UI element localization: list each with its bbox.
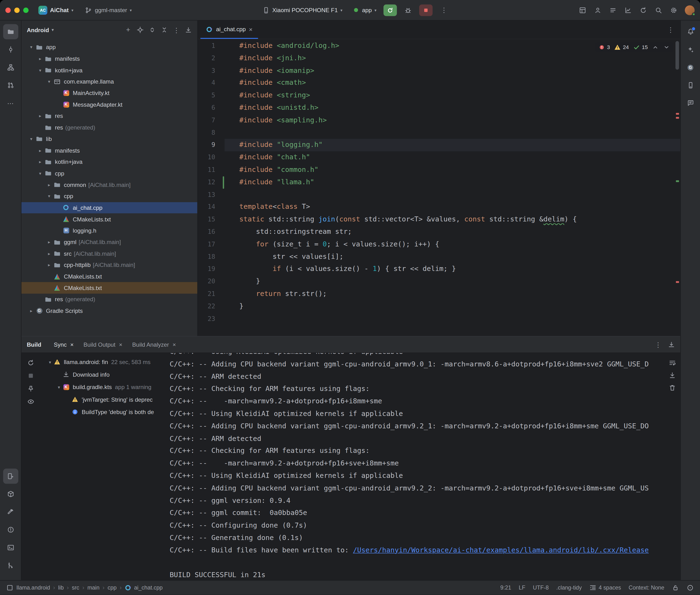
app-insights-button[interactable] [683, 95, 698, 111]
chevron-down-icon[interactable]: ▾ [55, 385, 62, 390]
build-tree-item-build-gradle-kts[interactable]: ▾Kbuild.gradle.ktsapp 1 warning [40, 381, 170, 393]
editor-gutter[interactable]: 1234567891011121314151617181920212223 [198, 39, 224, 336]
tree-item-res-generated[interactable]: res (generated) [22, 294, 197, 305]
tree-item-cpp[interactable]: ▾cpp [22, 191, 197, 202]
breadcrumb-main[interactable]: main [87, 585, 100, 591]
tree-item-cmakelists-txt[interactable]: CMakeLists.txt [22, 214, 197, 225]
clear-button[interactable] [669, 384, 676, 391]
chevron-right-icon[interactable]: ▸ [37, 114, 44, 119]
chevron-down-icon[interactable]: ▾ [47, 360, 54, 365]
build-tab-build-output[interactable]: Build Output× [79, 339, 127, 349]
chevron-right-icon[interactable]: ▸ [28, 308, 35, 313]
build-console[interactable]: C/C++: -- Using KleidiAI optimized kerne… [170, 353, 680, 580]
hide-panel-icon[interactable] [668, 341, 675, 348]
stop-button[interactable] [419, 4, 433, 16]
structure-button[interactable] [3, 60, 18, 75]
line-number-2[interactable]: 2 [198, 52, 224, 64]
tree-item-ai-chat-cpp[interactable]: ai_chat.cpp [22, 202, 197, 213]
tree-item-com-example-llama[interactable]: ▾com.example.llama [22, 76, 197, 87]
chevron-right-icon[interactable]: ▸ [46, 263, 53, 267]
run-config-selector[interactable]: app ▾ [349, 5, 379, 16]
line-number-7[interactable]: 7 [198, 114, 224, 126]
stop-button[interactable] [27, 372, 34, 379]
tree-item-res[interactable]: ▸res [22, 110, 197, 122]
soft-wrap-button[interactable] [669, 359, 676, 366]
chevron-down-icon[interactable]: ▾ [28, 45, 35, 50]
tree-item-cpp-httplib-aichat-lib-main[interactable]: ▸cpp-httplib [AiChat.lib.main] [22, 259, 197, 271]
line-number-15[interactable]: 15 [198, 213, 224, 226]
line-number-19[interactable]: 19 [198, 263, 224, 276]
user-avatar[interactable] [685, 5, 695, 15]
tree-item-kotlin-java[interactable]: ▸kotlin+java [22, 156, 197, 168]
collapse-all-button[interactable] [161, 26, 168, 34]
settings-button[interactable] [667, 3, 680, 17]
context-status[interactable]: Context: None [628, 585, 664, 591]
more-v-button[interactable]: ⋮ [173, 26, 180, 34]
tree-item-mainactivity-kt[interactable]: KMainActivity.kt [22, 87, 197, 99]
close-window-button[interactable] [5, 7, 10, 12]
line-number-23[interactable]: 23 [198, 313, 224, 325]
breadcrumb-llama-android[interactable]: llama.android [17, 585, 50, 591]
sync-button[interactable] [637, 3, 650, 17]
line-number-13[interactable]: 13 [198, 189, 224, 201]
tree-item-logging-h[interactable]: Hlogging.h [22, 225, 197, 236]
chevron-down-icon[interactable]: ▾ [28, 136, 35, 141]
build-tree-item-jvmtarget-string-is-deprec[interactable]: 'jvmTarget: String' is deprec [40, 393, 170, 405]
line-number-5[interactable]: 5 [198, 89, 224, 102]
tree-item-manifests[interactable]: ▸manifests [22, 145, 197, 156]
line-number-14[interactable]: 14 [198, 201, 224, 213]
line-number-21[interactable]: 21 [198, 288, 224, 300]
indent-status[interactable]: 4 spaces [589, 584, 621, 591]
pin-button[interactable] [27, 385, 34, 392]
errors-badge[interactable]: 3 [598, 44, 610, 51]
breadcrumb-cpp[interactable]: cpp [108, 585, 117, 591]
pull-requests-button[interactable] [3, 78, 18, 93]
running-devices-button[interactable] [3, 469, 18, 484]
notifications-button[interactable] [683, 24, 698, 39]
cursor-position[interactable]: 9:21 [500, 585, 511, 591]
search-button[interactable] [652, 3, 665, 17]
zoom-window-button[interactable] [23, 7, 28, 12]
line-number-10[interactable]: 10 [198, 151, 224, 164]
line-number-16[interactable]: 16 [198, 226, 224, 238]
layout-inspector-button[interactable] [576, 3, 589, 17]
device-manager-button[interactable] [683, 78, 698, 93]
chevron-down-icon[interactable]: ▾ [46, 79, 53, 84]
file-encoding-status[interactable]: UTF-8 [533, 585, 549, 591]
tree-item-cmakelists-txt[interactable]: CMakeLists.txt [22, 271, 197, 282]
build-output-path-link[interactable]: /Users/hanyin/Workspace/ai-chat/examples… [353, 546, 649, 554]
tree-item-res-generated[interactable]: res (generated) [22, 122, 197, 133]
close-tab-icon[interactable]: × [173, 341, 176, 348]
gradle-tool-button[interactable]: G [683, 60, 698, 75]
close-tab-icon[interactable]: × [249, 26, 252, 33]
eye-button[interactable] [27, 398, 34, 405]
code-content[interactable]: #include <android/log.h>#include <jni.h>… [225, 39, 680, 336]
passed-badge[interactable]: 15 [633, 44, 648, 51]
add-button[interactable]: + [124, 26, 132, 34]
previous-problem-icon[interactable] [652, 44, 659, 51]
editor-scrollbar[interactable] [674, 39, 680, 336]
build-hammer-button[interactable] [3, 504, 18, 519]
line-number-3[interactable]: 3 [198, 64, 224, 77]
scroll-end-button[interactable] [669, 372, 676, 379]
line-number-12[interactable]: 12 [198, 176, 224, 189]
project-selector[interactable]: AC AiChat ▾ [36, 4, 76, 16]
tree-item-gradle-scripts[interactable]: ▸GGradle Scripts [22, 305, 197, 317]
tree-item-cmakelists-txt[interactable]: CMakeLists.txt [22, 282, 197, 293]
ai-assistant-button[interactable] [683, 42, 698, 57]
clang-tidy-status[interactable]: .clang-tidy [556, 585, 582, 591]
editor-tab-ai-chat-cpp[interactable]: ai_chat.cpp × [200, 21, 258, 39]
device-selector[interactable]: Xiaomi POCOPHONE F1 ▾ [260, 5, 345, 16]
line-number-4[interactable]: 4 [198, 77, 224, 89]
tree-item-manifests[interactable]: ▸manifests [22, 53, 197, 64]
profiler-button[interactable] [621, 3, 635, 17]
chevron-right-icon[interactable]: ▸ [46, 182, 53, 188]
line-number-17[interactable]: 17 [198, 238, 224, 251]
project-view-selector[interactable]: Android ▾ [27, 27, 54, 33]
chevron-right-icon[interactable]: ▸ [37, 56, 44, 61]
build-tab-build-analyzer[interactable]: Build Analyzer× [128, 339, 180, 349]
line-number-11[interactable]: 11 [198, 164, 224, 176]
locate-button[interactable] [137, 26, 144, 34]
chevron-down-icon[interactable]: ▾ [37, 67, 44, 73]
tree-item-messageadapter-kt[interactable]: KMessageAdapter.kt [22, 99, 197, 110]
